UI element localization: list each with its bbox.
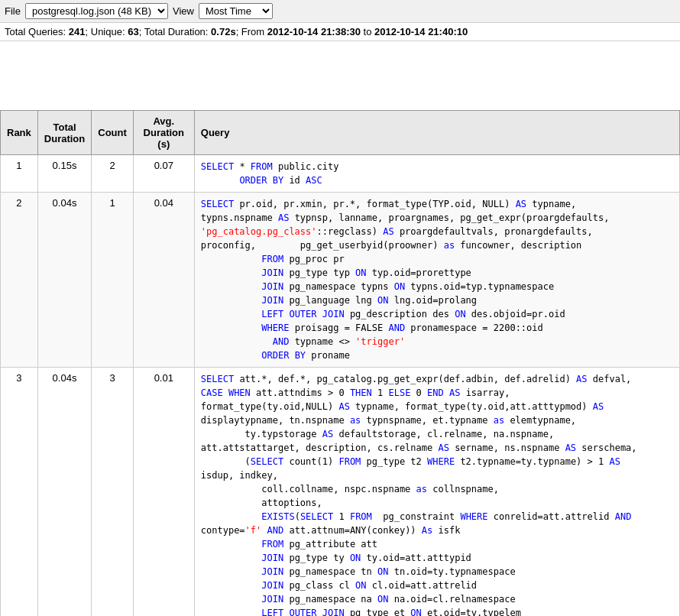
col-count: Count [92, 111, 134, 155]
query-table-wrap: Rank Total Duration Count Avg. Duration … [0, 110, 680, 616]
table-header-row: Rank Total Duration Count Avg. Duration … [1, 111, 680, 155]
cell-count: 1 [92, 193, 134, 368]
cell-rank: 1 [1, 155, 38, 193]
cell-total-duration: 0.04s [37, 193, 91, 368]
table-row: 2 0.04s 1 0.04 SELECT pr.oid, pr.xmin, p… [1, 193, 680, 368]
cell-rank: 2 [1, 193, 38, 368]
stats-bar: Total Queries: 241; Unique: 63; Total Du… [0, 23, 680, 41]
cell-count: 3 [92, 368, 134, 617]
col-rank: Rank [1, 111, 38, 155]
view-select[interactable]: Most Time Most Count Most Avg [199, 3, 273, 19]
table-row: 3 0.04s 3 0.01 SELECT att.*, def.*, pg_c… [1, 368, 680, 617]
cell-query: SELECT att.*, def.*, pg_catalog.pg_get_e… [194, 368, 679, 617]
file-select[interactable]: postgresql.log.json (48 KB) [25, 3, 168, 19]
col-query: Query [194, 111, 679, 155]
col-total-duration: Total Duration [37, 111, 91, 155]
cell-total-duration: 0.15s [37, 155, 91, 193]
table-row: 1 0.15s 2 0.07 SELECT * FROM public.city… [1, 155, 680, 193]
query-table: Rank Total Duration Count Avg. Duration … [0, 110, 680, 616]
cell-avg-duration: 0.04 [133, 193, 194, 368]
file-label: File [5, 5, 21, 17]
cell-query: SELECT * FROM public.city ORDER BY id AS… [194, 155, 679, 193]
toolbar: File postgresql.log.json (48 KB) View Mo… [0, 0, 680, 23]
view-label: View [173, 5, 194, 17]
cell-avg-duration: 0.07 [133, 155, 194, 193]
cell-avg-duration: 0.01 [133, 368, 194, 617]
cell-rank: 3 [1, 368, 38, 617]
cell-total-duration: 0.04s [37, 368, 91, 617]
cell-query: SELECT pr.oid, pr.xmin, pr.*, format_typ… [194, 193, 679, 368]
col-avg-duration: Avg. Duration (s) [133, 111, 194, 155]
cell-count: 2 [92, 155, 134, 193]
